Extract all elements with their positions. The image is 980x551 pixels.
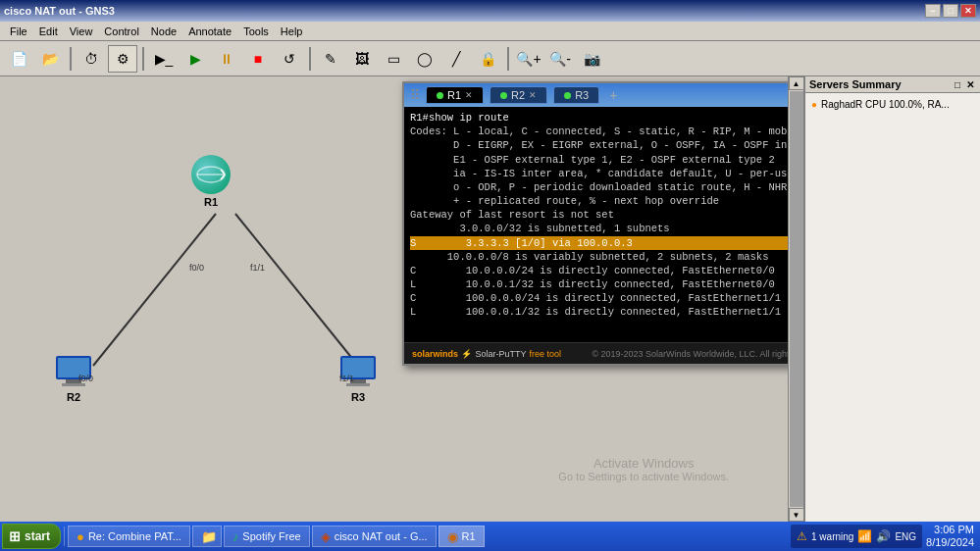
- pc-icon-r2: [54, 356, 93, 389]
- tray-network-icon: 📶: [857, 529, 872, 543]
- draw-rect-button[interactable]: ▭: [379, 45, 408, 73]
- term-line-9: [725, 195, 731, 207]
- clock-date: 8/19/2024: [926, 536, 974, 549]
- term-line-19: L 100.0.0.1/32 is directly connected, Fa…: [410, 306, 781, 318]
- close-button[interactable]: ✕: [960, 4, 976, 18]
- right-panel: Servers Summary □ ✕ ● RaghadR CPU 100.0%…: [803, 76, 980, 522]
- taskbar-items: ● Re: Combine PAT... 📁 ♪ Spotify Free ◈ …: [68, 526, 791, 547]
- toolbar-sep3: [309, 47, 311, 71]
- node-r2-label: R2: [67, 391, 80, 403]
- draw-ellipse-button[interactable]: ◯: [410, 45, 439, 73]
- menu-control[interactable]: Control: [98, 24, 144, 39]
- chrome-icon: ●: [77, 529, 84, 544]
- node-r1[interactable]: R1: [191, 155, 231, 208]
- menu-bar: File Edit View Control Node Annotate Too…: [0, 22, 980, 41]
- console-button[interactable]: ▶_: [149, 45, 179, 73]
- tab-close-r1[interactable]: ✕: [465, 90, 473, 100]
- taskbar-sep: [64, 526, 65, 546]
- screenshot-button[interactable]: 📷: [577, 45, 606, 73]
- term-line-8: + - replicated route, % - next hop overr…: [410, 195, 719, 207]
- menu-edit[interactable]: Edit: [33, 24, 64, 39]
- taskbar-item-putty[interactable]: ◉ R1: [438, 526, 485, 547]
- panel-close-btn[interactable]: ✕: [964, 79, 976, 90]
- watermark-line2: Go to Settings to activate Windows.: [558, 471, 729, 482]
- preferences-button[interactable]: ⚙: [108, 45, 137, 73]
- maximize-button[interactable]: □: [943, 4, 958, 18]
- servers-summary-content: ● RaghadR CPU 100.0%, RA...: [805, 93, 980, 116]
- terminal-tab-r1[interactable]: R1 ✕: [426, 86, 484, 104]
- stop-all-button[interactable]: ■: [243, 45, 273, 73]
- terminal-drag-handle[interactable]: ⠿: [410, 87, 420, 103]
- canvas-vscroll[interactable]: ▲ ▼: [788, 76, 803, 522]
- menu-node[interactable]: Node: [145, 24, 182, 39]
- terminal-footer: solarwinds ⚡ Solar-PuTTY free tool © 201…: [404, 342, 788, 364]
- term-line-6: ia - IS-IS inter area, * candidate defau…: [410, 168, 788, 179]
- menu-tools[interactable]: Tools: [237, 24, 275, 39]
- footer-copyright: © 2019-2023 SolarWinds Worldwide, LLC. A…: [592, 349, 788, 359]
- taskbar-item-explorer[interactable]: 📁: [192, 526, 222, 547]
- tab-label-r1: R1: [447, 89, 461, 101]
- terminal-tab-r3[interactable]: R3: [553, 86, 599, 104]
- taskbar-right: ⚠ 1 warning 📶 🔊 ENG 3:06 PM 8/19/2024: [791, 524, 978, 549]
- draw-line-button[interactable]: ╱: [441, 45, 471, 73]
- panel-resize-btn[interactable]: □: [953, 79, 962, 90]
- vscroll-down[interactable]: ▼: [789, 508, 804, 522]
- taskbar-item-spotify[interactable]: ♪ Spotify Free: [224, 526, 310, 547]
- term-line-1: Codes: L - local, C - connected, S - sta…: [410, 125, 788, 137]
- taskbar-item-gns3[interactable]: ◈ cisco NAT out - G...: [312, 526, 437, 547]
- toolbar-sep1: [70, 47, 72, 71]
- tab-status-dot-r1: [437, 92, 443, 99]
- vscroll-thumb[interactable]: [790, 91, 803, 507]
- terminal-tab-r2[interactable]: R2 ✕: [490, 86, 547, 104]
- activate-windows-watermark: Activate Windows Go to Settings to activ…: [558, 456, 729, 482]
- tab-label-r2: R2: [511, 89, 525, 101]
- menu-view[interactable]: View: [64, 24, 99, 39]
- windows-logo-icon: ⊞: [9, 528, 21, 544]
- start-button[interactable]: ⊞ start: [2, 524, 61, 549]
- iface-r2-f00: f0/0: [78, 374, 93, 383]
- pause-button[interactable]: ⏸: [212, 45, 241, 73]
- snapshot-button[interactable]: ⏱: [77, 45, 106, 73]
- menu-annotate[interactable]: Annotate: [182, 24, 237, 39]
- footer-logo: solarwinds ⚡: [412, 349, 472, 359]
- new-project-button[interactable]: 📄: [4, 45, 33, 73]
- terminal-body[interactable]: R1#show ip route Codes: L - local, C - c…: [404, 107, 788, 342]
- iface-r3-f11: f1/1: [339, 374, 354, 383]
- taskbar-item-chrome-label: Re: Combine PAT...: [88, 530, 181, 542]
- tab-close-r2[interactable]: ✕: [529, 90, 537, 100]
- tray-lang: ENG: [895, 531, 916, 542]
- window-title: cisco NAT out - GNS3: [4, 5, 115, 17]
- vscroll-up[interactable]: ▲: [789, 76, 804, 90]
- annotate-text-button[interactable]: ✎: [316, 45, 345, 73]
- menu-file[interactable]: File: [4, 24, 33, 39]
- insert-image-button[interactable]: 🖼: [347, 45, 377, 73]
- add-tab-button[interactable]: +: [609, 87, 617, 103]
- term-line-highlight: S 3.3.3.3 [1/0] via 100.0.0.3: [410, 236, 788, 250]
- reload-button[interactable]: ↺: [275, 45, 304, 73]
- taskbar-item-spotify-label: Spotify Free: [242, 530, 300, 542]
- toolbar: 📄 📂 ⏱ ⚙ ▶_ ▶ ⏸ ■ ↺ ✎ 🖼 ▭ ◯ ╱ 🔒 🔍+ 🔍- 📷: [0, 41, 980, 76]
- tab-label-r3: R3: [575, 89, 589, 101]
- menu-help[interactable]: Help: [275, 24, 309, 39]
- iface-r1-f00: f0/0: [189, 263, 204, 273]
- taskbar-item-chrome[interactable]: ● Re: Combine PAT...: [68, 526, 190, 547]
- server-item[interactable]: ● RaghadR CPU 100.0%, RA...: [809, 97, 976, 112]
- taskbar-clock[interactable]: 3:06 PM 8/19/2024: [926, 524, 974, 549]
- svg-line-0: [93, 214, 216, 366]
- open-project-button[interactable]: 📂: [35, 45, 65, 73]
- explorer-icon: 📁: [201, 529, 217, 544]
- canvas-area[interactable]: R1 f0/0 f1/1 R2 f0/0 R3 f1/1: [0, 76, 788, 522]
- zoom-in-button[interactable]: 🔍+: [514, 45, 543, 73]
- minimize-button[interactable]: −: [925, 4, 941, 18]
- term-line-4: E1 - OSPF external type 1, E2 - OSPF ext…: [410, 154, 775, 166]
- start-all-button[interactable]: ▶: [181, 45, 210, 73]
- terminal-window: ⠿ R1 ✕ R2 ✕ R3 +: [402, 81, 788, 366]
- zoom-out-button[interactable]: 🔍-: [545, 45, 575, 73]
- term-line-16: L 10.0.0.1/32 is directly connected, Fas…: [410, 278, 775, 290]
- pc-icon-r3: [338, 356, 378, 389]
- taskbar-item-putty-label: R1: [462, 530, 476, 542]
- term-line-17: 100.0.0.0/8 is variably subnetted, 2 sub…: [781, 278, 788, 290]
- lock-button[interactable]: 🔒: [473, 45, 502, 73]
- terminal-title-bar: ⠿ R1 ✕ R2 ✕ R3 +: [404, 83, 788, 107]
- tray-warning-icon: ⚠: [797, 529, 807, 543]
